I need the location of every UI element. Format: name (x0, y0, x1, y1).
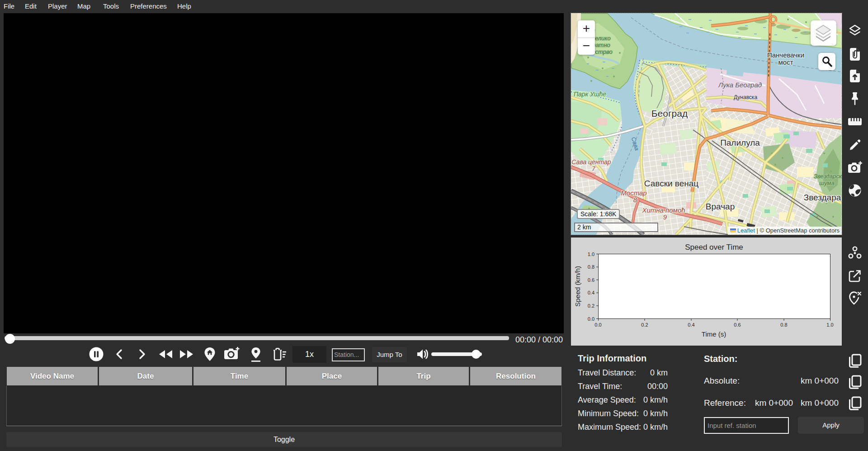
svg-text:0.6: 0.6 (588, 277, 594, 283)
svg-text:Палилула: Палилула (720, 138, 760, 147)
svg-text:Врачар: Врачар (706, 202, 735, 211)
svg-text:острво: острво (592, 48, 612, 55)
svg-text:0.4: 0.4 (688, 322, 694, 328)
svg-text:шума: шума (819, 180, 834, 186)
svg-text:Speed (km/h): Speed (km/h) (574, 266, 581, 307)
svg-text:9: 9 (663, 213, 667, 221)
svg-text:1.0: 1.0 (826, 322, 833, 328)
svg-text:мост: мост (778, 58, 793, 66)
svg-text:8: 8 (633, 196, 637, 204)
svg-text:0.4: 0.4 (588, 290, 594, 295)
svg-text:0.0: 0.0 (588, 316, 594, 322)
svg-text:0.0: 0.0 (594, 322, 601, 328)
svg-text:0.2: 0.2 (641, 322, 648, 328)
svg-text:Панчевачки: Панчевачки (767, 51, 804, 59)
svg-text:0.8: 0.8 (780, 322, 787, 328)
svg-text:Београд: Београд (651, 108, 688, 119)
svg-text:Лука Београд: Лука Београд (718, 81, 762, 89)
svg-text:0.6: 0.6 (734, 322, 741, 328)
svg-text:0.8: 0.8 (588, 264, 594, 270)
svg-text:Парк Ушће: Парк Ушће (574, 90, 606, 98)
svg-text:7: 7 (592, 165, 596, 172)
svg-text:Звездара: Звездара (804, 193, 841, 202)
svg-text:Дунавска: Дунавска (734, 94, 757, 100)
svg-text:Time (s): Time (s) (702, 330, 726, 338)
svg-text:0.2: 0.2 (588, 303, 594, 309)
svg-text:1.0: 1.0 (588, 252, 594, 257)
svg-text:Сава центар: Сава центар (571, 158, 611, 166)
svg-text:Савски венац: Савски венац (644, 179, 699, 188)
svg-text:Звездарск: Звездарск (814, 173, 842, 180)
